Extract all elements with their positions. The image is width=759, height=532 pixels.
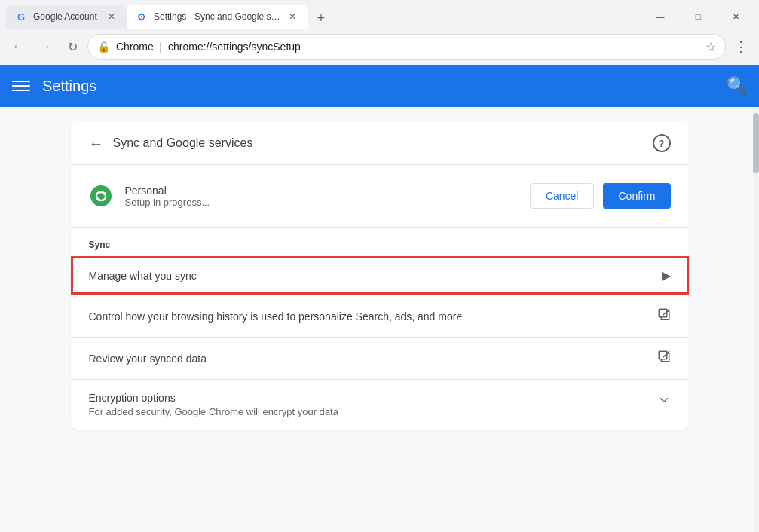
tab-settings-title: Settings - Sync and Google servi	[154, 11, 280, 22]
url-suffix: /syncSetup	[249, 41, 301, 53]
confirm-button[interactable]: Confirm	[603, 183, 670, 209]
browsing-history-text: Control how your browsing history is use…	[89, 310, 463, 323]
browser-window: G Google Account ✕ ⚙ Settings - Sync and…	[0, 0, 759, 532]
tab-settings-close[interactable]: ✕	[286, 11, 298, 23]
manage-sync-text: Manage what you sync	[89, 270, 197, 282]
content-area: ← Sync and Google services ?	[0, 107, 759, 532]
address-text: Chrome | chrome://settings/syncSetup	[116, 41, 699, 53]
encryption-chevron-icon	[657, 393, 671, 411]
settings-favicon: ⚙	[136, 11, 148, 23]
cancel-button[interactable]: Cancel	[530, 183, 595, 209]
bookmark-star-icon[interactable]: ☆	[705, 40, 716, 54]
scrollbar-track	[753, 107, 759, 532]
google-favicon: G	[15, 11, 27, 23]
tabs-area: G Google Account ✕ ⚙ Settings - Sync and…	[6, 5, 643, 29]
chrome-label: Chrome	[116, 41, 154, 53]
synced-data-item[interactable]: Review your synced data	[71, 338, 689, 379]
browsing-history-item[interactable]: Control how your browsing history is use…	[71, 295, 689, 337]
hamburger-line-3	[12, 90, 30, 91]
manage-sync-arrow-icon: ▶	[662, 268, 671, 283]
settings-header-left: Settings	[12, 78, 96, 95]
tab-google-account[interactable]: G Google Account ✕	[6, 5, 127, 29]
hamburger-line-1	[12, 81, 30, 82]
encryption-subtitle: For added security, Google Chrome will e…	[89, 406, 338, 417]
settings-header: Settings 🔍	[0, 65, 759, 107]
new-tab-button[interactable]: +	[311, 8, 332, 29]
synced-data-external-icon	[657, 350, 671, 367]
minimize-button[interactable]: —	[643, 5, 678, 29]
sync-back-button[interactable]: ←	[89, 135, 104, 152]
url-bold: settings	[212, 41, 248, 53]
more-menu-button[interactable]: ⋮	[729, 35, 753, 59]
back-button[interactable]: ←	[6, 35, 30, 59]
account-section: Personal Setup in progress... Cancel Con…	[71, 165, 689, 228]
hamburger-line-2	[12, 85, 30, 87]
forward-button[interactable]: →	[33, 35, 57, 59]
tab-settings[interactable]: ⚙ Settings - Sync and Google servi ✕	[127, 5, 308, 29]
tab-google-account-close[interactable]: ✕	[106, 11, 118, 23]
sync-page-header: ← Sync and Google services ?	[71, 122, 689, 165]
encryption-text: Encryption options For added security, G…	[89, 392, 338, 417]
encryption-item[interactable]: Encryption options For added security, G…	[71, 380, 689, 430]
browsing-history-external-icon	[657, 307, 671, 325]
settings-page-title: Settings	[42, 78, 96, 95]
url-prefix: chrome://	[168, 41, 212, 53]
lock-icon: 🔒	[97, 41, 110, 53]
sync-page-title: Sync and Google services	[113, 136, 253, 150]
synced-data-text: Review your synced data	[89, 353, 207, 365]
toolbar: ← → ↻ 🔒 Chrome | chrome://settings/syncS…	[0, 29, 759, 65]
close-button[interactable]: ✕	[718, 5, 753, 29]
hamburger-menu-button[interactable]	[12, 81, 30, 91]
address-bar[interactable]: 🔒 Chrome | chrome://settings/syncSetup ☆	[87, 34, 726, 60]
account-actions: Cancel Confirm	[530, 183, 671, 209]
account-info: Personal Setup in progress...	[89, 184, 210, 208]
settings-card: ← Sync and Google services ?	[71, 122, 689, 430]
sync-header-left: ← Sync and Google services	[89, 135, 253, 152]
address-separator: |	[157, 41, 165, 53]
settings-search-icon[interactable]: 🔍	[727, 76, 747, 96]
maximize-button[interactable]: □	[681, 5, 715, 29]
tab-google-account-title: Google Account	[33, 11, 99, 22]
sync-progress-icon	[89, 184, 113, 208]
help-icon[interactable]: ?	[653, 134, 671, 152]
encryption-title: Encryption options	[89, 392, 338, 404]
account-name: Personal	[125, 185, 210, 197]
reload-button[interactable]: ↻	[60, 35, 84, 59]
window-controls: — □ ✕	[643, 5, 753, 29]
svg-point-0	[90, 185, 112, 206]
scrollbar-thumb[interactable]	[753, 113, 759, 173]
title-bar: G Google Account ✕ ⚙ Settings - Sync and…	[0, 0, 759, 29]
account-text: Personal Setup in progress...	[125, 185, 210, 208]
account-status: Setup in progress...	[125, 197, 210, 208]
sync-section-label: Sync	[71, 228, 689, 256]
manage-sync-item[interactable]: Manage what you sync ▶	[71, 256, 689, 295]
